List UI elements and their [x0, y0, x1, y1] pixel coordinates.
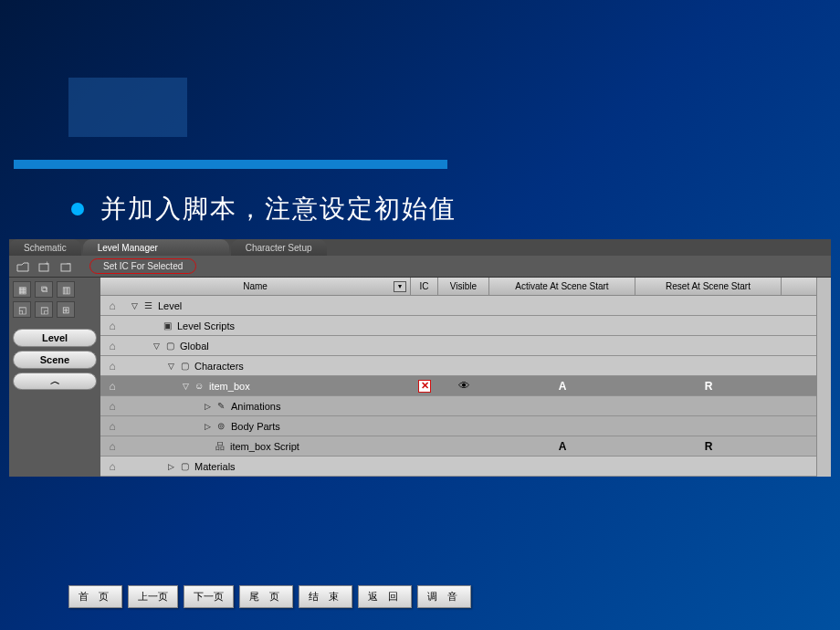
lock-icon: ⌂: [100, 299, 124, 312]
script-icon: ▣: [161, 320, 173, 331]
col-name[interactable]: Name▾: [100, 278, 411, 295]
nav-audio[interactable]: 调 音: [417, 585, 471, 608]
lock-icon: ⌂: [100, 340, 124, 352]
expand-icon[interactable]: ▽: [153, 341, 160, 351]
activate-flag[interactable]: A: [489, 380, 635, 393]
row-animations[interactable]: ⌂ ▷✎Animations: [100, 396, 816, 416]
collapse-button[interactable]: ︿: [13, 373, 97, 390]
col-reset[interactable]: Reset At Scene Start: [635, 278, 782, 295]
character-icon: ☺: [193, 381, 205, 392]
lock-icon: ⌂: [100, 400, 124, 413]
tree-table: Name▾ IC Visible Activate At Scene Start…: [100, 278, 816, 477]
tab-schematic[interactable]: Schematic: [9, 239, 81, 256]
col-ic[interactable]: IC: [411, 278, 438, 295]
set-ic-button[interactable]: Set IC For Selected: [89, 258, 196, 274]
expand-icon[interactable]: ▷: [205, 402, 211, 411]
side-icon-4[interactable]: ◱: [13, 301, 31, 318]
ic-marker[interactable]: ✕: [418, 380, 431, 393]
side-icon-5[interactable]: ◲: [35, 301, 53, 318]
toolbar: + − Set IC For Selected: [9, 256, 831, 278]
expand-icon[interactable]: ▷: [168, 462, 174, 471]
folder-icon: ▢: [178, 361, 191, 372]
expand-icon[interactable]: ▽: [168, 362, 174, 371]
folder-up-icon[interactable]: [15, 259, 31, 274]
panel-body: ▦ ⧉ ▥ ◱ ◲ ⊞ Level Scene ︿ Name▾ IC Visib…: [9, 278, 831, 477]
caption-row: 并加入脚本，注意设定初始值: [71, 192, 457, 226]
lock-icon: ⌂: [100, 460, 124, 473]
tab-level-manager[interactable]: Level Manager: [83, 239, 229, 256]
row-level-scripts[interactable]: ⌂ ▣Level Scripts: [100, 316, 816, 336]
side-icon-1[interactable]: ▦: [13, 281, 31, 298]
nav-first[interactable]: 首 页: [68, 585, 122, 608]
row-characters[interactable]: ⌂ ▽▢Characters: [100, 356, 816, 376]
decorative-box: [68, 78, 187, 137]
expand-icon[interactable]: ▽: [183, 382, 189, 391]
col-activate[interactable]: Activate At Scene Start: [489, 278, 635, 295]
animation-icon: ✎: [215, 401, 227, 412]
nav-last[interactable]: 尾 页: [239, 585, 293, 608]
lock-icon: ⌂: [100, 380, 124, 393]
bullet-icon: [71, 203, 84, 215]
add-folder-icon[interactable]: +: [37, 259, 53, 274]
svg-text:+: +: [45, 261, 49, 268]
svg-text:−: −: [67, 261, 71, 268]
reset-flag[interactable]: R: [635, 380, 782, 393]
row-global[interactable]: ⌂ ▽▢Global: [100, 336, 816, 356]
expand-icon[interactable]: ▽: [131, 301, 138, 310]
side-toolbar: ▦ ⧉ ▥ ◱ ◲ ⊞ Level Scene ︿: [9, 278, 100, 477]
scene-button[interactable]: Scene: [13, 351, 97, 369]
row-level[interactable]: ⌂ ▽☰Level: [100, 296, 816, 316]
nav-next[interactable]: 下一页: [184, 585, 234, 608]
folder-icon: ▢: [178, 461, 191, 472]
underline-bar: [14, 160, 447, 169]
table-header: Name▾ IC Visible Activate At Scene Start…: [100, 278, 816, 296]
activate-flag[interactable]: A: [489, 440, 635, 453]
tab-character-setup[interactable]: Character Setup: [231, 239, 327, 256]
level-button[interactable]: Level: [13, 329, 97, 347]
side-icon-2[interactable]: ⧉: [35, 281, 53, 298]
nav-prev[interactable]: 上一页: [128, 585, 178, 608]
level-icon: ☰: [142, 300, 154, 311]
bodyparts-icon: ⊚: [215, 421, 227, 432]
lock-icon: ⌂: [100, 320, 124, 332]
nav-back[interactable]: 返 回: [358, 585, 412, 608]
nav-end[interactable]: 结 束: [299, 585, 352, 608]
expand-icon[interactable]: ▷: [205, 422, 211, 431]
row-item-box[interactable]: ⌂ ▽☺item_box ✕ 👁 A R: [100, 376, 816, 396]
lock-icon: ⌂: [100, 440, 124, 453]
slide-nav: 首 页 上一页 下一页 尾 页 结 束 返 回 调 音: [68, 585, 471, 608]
level-manager-panel: Schematic Level Manager Character Setup …: [9, 239, 831, 477]
side-icon-6[interactable]: ⊞: [57, 301, 75, 318]
dropdown-icon[interactable]: ▾: [394, 281, 406, 292]
script-icon: 品: [214, 441, 226, 452]
reset-flag[interactable]: R: [635, 440, 782, 453]
scrollbar-vertical[interactable]: [816, 278, 831, 477]
eye-icon[interactable]: 👁: [438, 379, 489, 393]
side-icon-3[interactable]: ▥: [57, 281, 75, 298]
col-visible[interactable]: Visible: [438, 278, 489, 295]
lock-icon: ⌂: [100, 360, 124, 373]
lock-icon: ⌂: [100, 420, 124, 433]
row-body-parts[interactable]: ⌂ ▷⊚Body Parts: [100, 416, 816, 436]
row-materials[interactable]: ⌂ ▷▢Materials: [100, 457, 816, 477]
caption-text: 并加入脚本，注意设定初始值: [100, 192, 457, 226]
row-item-box-script[interactable]: ⌂ 品item_box Script A R: [100, 436, 816, 457]
remove-folder-icon[interactable]: −: [58, 259, 75, 274]
folder-icon: ▢: [163, 341, 176, 352]
tab-bar: Schematic Level Manager Character Setup: [9, 239, 831, 256]
